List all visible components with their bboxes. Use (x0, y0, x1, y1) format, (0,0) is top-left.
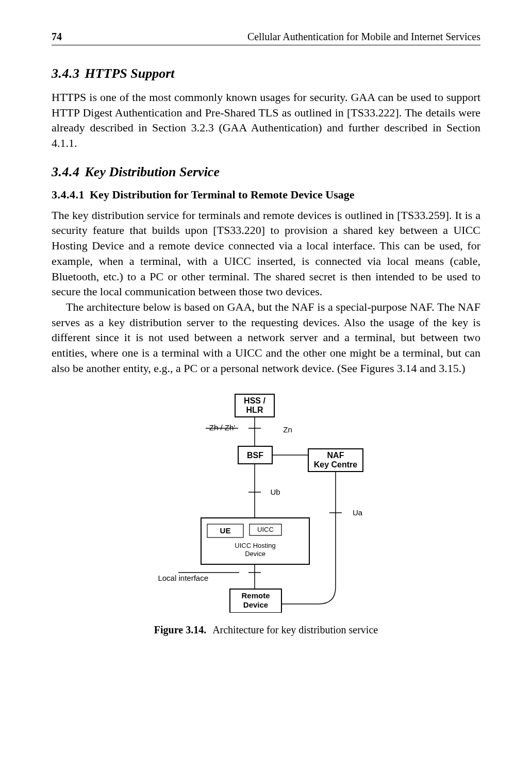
heading-number: 3.4.4 (52, 164, 80, 179)
running-title: Cellular Authentication for Mobile and I… (247, 31, 480, 43)
page-header: 74 Cellular Authentication for Mobile an… (52, 31, 480, 45)
figure-label: Figure 3.14. (154, 624, 206, 635)
node-uicc: UICC (257, 526, 274, 533)
paragraph-kd-2: The architecture below is based on GAA, … (52, 299, 480, 376)
page-number: 74 (52, 31, 62, 43)
node-ue: UE (220, 526, 231, 535)
node-remote-line2: Device (243, 600, 268, 609)
heading-key-distribution-service: 3.4.4Key Distribution Service (52, 164, 480, 180)
heading-title: HTTPS Support (85, 66, 175, 81)
node-uicc-host-line1: UICC Hosting (235, 542, 275, 549)
figure-caption-text: Architecture for key distribution servic… (212, 624, 378, 635)
edge-ua-label: Ua (353, 508, 363, 517)
node-hss-line2: HLR (246, 406, 263, 414)
heading-key-distribution-terminal: 3.4.4.1Key Distribution for Terminal to … (52, 188, 480, 201)
node-naf-line1: NAF (327, 451, 344, 460)
edge-zh-label: Zh / Zh' (209, 423, 236, 432)
paragraph-kd-1: The key distribution service for termina… (52, 208, 480, 299)
edge-local-label: Local interface (158, 574, 208, 582)
node-naf-line2: Key Centre (314, 460, 358, 469)
node-hss-line1: HSS / (244, 396, 265, 405)
heading-number: 3.4.4.1 (52, 188, 85, 201)
figure-architecture-diagram: .box { fill:#fff; stroke:#000; stroke-wi… (127, 391, 405, 613)
heading-number: 3.4.3 (52, 66, 80, 81)
heading-title: Key Distribution Service (85, 164, 220, 179)
node-remote-line1: Remote (241, 591, 270, 600)
paragraph-https: HTTPS is one of the most commonly known … (52, 90, 480, 151)
edge-ub-label: Ub (270, 488, 280, 496)
heading-title: Key Distribution for Terminal to Remote … (90, 188, 354, 201)
node-bsf: BSF (247, 451, 263, 460)
edge-zn-label: Zn (283, 425, 292, 434)
heading-https-support: 3.4.3HTTPS Support (52, 66, 480, 81)
node-uicc-host-line2: Device (245, 550, 265, 558)
figure-caption: Figure 3.14.Architecture for key distrib… (52, 624, 480, 636)
